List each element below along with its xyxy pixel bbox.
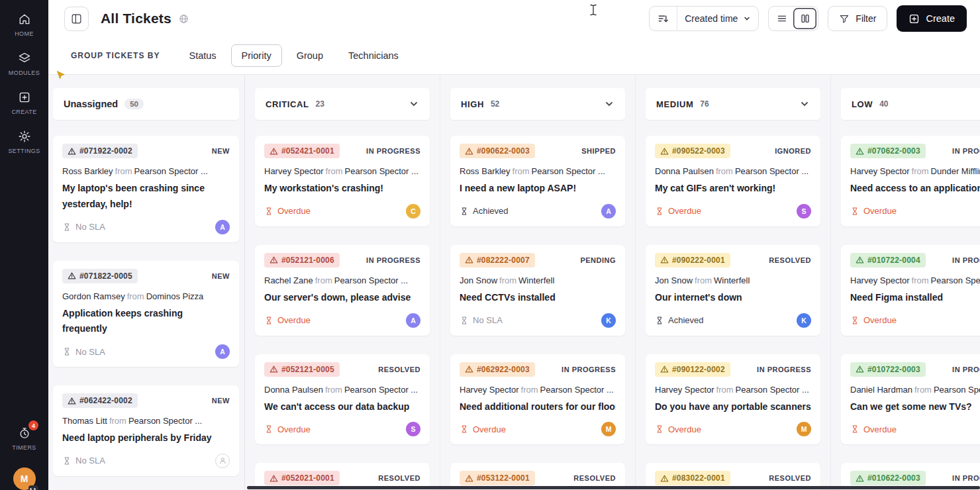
hourglass-icon <box>655 424 664 434</box>
assignee-avatar[interactable]: K <box>797 313 811 328</box>
create-button[interactable]: Create <box>897 5 967 32</box>
requester-company: Pearson Spector ... <box>334 275 408 285</box>
card-top-row: #082222-0007 PENDING <box>460 253 616 268</box>
sidebar-item-label: HOME <box>15 30 34 37</box>
ticket-card[interactable]: #070622-0003 IN PROGRESS Harvey Spectorf… <box>841 136 980 226</box>
assignee-avatar[interactable]: A <box>215 220 230 234</box>
ticket-id: #071822-0005 <box>79 271 132 281</box>
filter-button[interactable]: Filter <box>828 6 887 31</box>
column-header[interactable]: CRITICAL 23 <box>255 88 430 120</box>
assignee-avatar[interactable] <box>215 454 230 468</box>
assignee-avatar[interactable]: M <box>601 422 616 436</box>
ticket-id: #082222-0007 <box>477 256 530 265</box>
assignee-avatar[interactable]: C <box>406 204 420 219</box>
board-view-button[interactable] <box>793 8 816 29</box>
ticket-card[interactable]: #071922-0002 NEW Ross BarkleyfromPearson… <box>53 136 239 242</box>
requester-line: Ross BarkleyfromPearson Spector ... <box>62 166 230 176</box>
assignee-avatar[interactable]: A <box>215 344 230 359</box>
warning-icon <box>270 147 278 156</box>
tab-technicians[interactable]: Technicians <box>338 44 409 67</box>
requester-company: Pearson Spector ... <box>344 385 418 395</box>
assignee-avatar[interactable]: A <box>601 204 616 219</box>
ticket-card[interactable]: #052121-0005 RESOLVED Donna PaulsenfromP… <box>255 354 430 445</box>
sidebar-item-home[interactable]: HOME <box>0 5 48 44</box>
assignee-avatar[interactable]: M <box>797 422 811 436</box>
ticket-card[interactable]: #090522-0003 IGNORED Donna PaulsenfromPe… <box>646 136 820 226</box>
warning-icon <box>465 474 473 483</box>
sla-label: Overdue <box>668 206 701 216</box>
assignee-avatar[interactable]: A <box>406 313 420 328</box>
tab-group[interactable]: Group <box>286 44 334 67</box>
column-header[interactable]: Unassigned 50 <box>53 88 239 120</box>
assignee-avatar[interactable]: K <box>601 313 616 328</box>
requester-company: Pearson Spector ... <box>345 166 418 176</box>
ticket-status: RESOLVED <box>769 474 811 482</box>
card-bottom-row: No SLA A <box>62 220 230 234</box>
requester-company: Pearson Spector ... <box>931 275 980 285</box>
assignee-avatar[interactable]: S <box>797 204 811 219</box>
horizontal-scrollbar[interactable] <box>247 486 980 489</box>
ticket-card[interactable]: #052421-0001 IN PROGRESS Harvey Spectorf… <box>255 136 430 226</box>
ticket-card[interactable]: #010722-0004 IN PROGRESS Harvey Spectorf… <box>841 245 980 336</box>
column-header[interactable]: MEDIUM 76 <box>646 88 820 120</box>
sidebar-item-modules[interactable]: MODULES <box>0 44 48 83</box>
ticket-id: #090522-0003 <box>672 146 725 156</box>
sidebar-bottom: 4 TIMERS M <box>0 419 48 490</box>
avatar-initial: A <box>220 348 225 356</box>
user-avatar[interactable]: M <box>13 467 36 490</box>
pinned-cursor-icon <box>56 70 66 80</box>
from-word: from <box>115 166 132 176</box>
ticket-id-badge: #070622-0003 <box>850 144 926 158</box>
list-view-button[interactable] <box>770 8 793 29</box>
from-word: from <box>315 275 332 285</box>
column-header[interactable]: HIGH 52 <box>450 88 625 120</box>
ticket-card[interactable]: #010722-0003 IN PROGRESS Daniel Hardmanf… <box>841 354 980 445</box>
ticket-card[interactable]: #090222-0001 RESOLVED Jon SnowfromWinter… <box>646 245 820 336</box>
ticket-card[interactable]: #052121-0006 IN PROGRESS Rachel Zanefrom… <box>255 245 430 336</box>
ticket-subject: I need a new laptop ASAP! <box>460 181 616 197</box>
from-word: from <box>914 385 932 395</box>
ticket-id-badge: #090522-0003 <box>655 144 730 158</box>
hourglass-icon <box>850 207 859 216</box>
ticket-card[interactable]: #090122-0002 IN PROGRESS Harvey Spectorf… <box>646 354 820 445</box>
card-top-row: #090122-0002 IN PROGRESS <box>655 362 811 377</box>
sidebar-item-timers[interactable]: 4 TIMERS <box>0 419 48 458</box>
sidebar-item-create[interactable]: CREATE <box>0 83 48 122</box>
chevron-down-icon[interactable] <box>409 99 419 109</box>
sla-label: Overdue <box>473 424 506 434</box>
chevron-down-icon[interactable] <box>604 99 614 109</box>
assignee-avatar[interactable]: S <box>406 422 420 436</box>
board-column: HIGH 52 #090622-0003 SHIPPED Ross Barkle… <box>440 75 636 490</box>
tab-priority[interactable]: Priority <box>231 44 282 67</box>
requester-line: Thomas LittfromPearson Spector ... <box>62 416 230 426</box>
sort-button[interactable] <box>650 7 677 30</box>
tab-status[interactable]: Status <box>178 44 226 67</box>
ticket-subject: We can't access our data backup <box>264 399 420 415</box>
ticket-card[interactable]: #071822-0005 NEW Gordon RamseyfromDomino… <box>53 261 239 368</box>
card-bottom-row: Overdue A <box>264 313 420 328</box>
ticket-id: #070622-0003 <box>867 146 920 156</box>
from-word: from <box>716 385 734 395</box>
board-menu-button[interactable] <box>64 7 89 31</box>
from-word: from <box>521 385 538 395</box>
requester-line: Jon SnowfromWinterfell <box>655 275 811 285</box>
user-avatar-initial: M <box>21 473 28 484</box>
sort-order-select[interactable]: Created time <box>677 7 758 30</box>
ticket-subject: Need Figma installed <box>850 290 980 306</box>
chevron-down-icon[interactable] <box>799 99 810 109</box>
ticket-card[interactable]: #090622-0003 SHIPPED Ross BarkleyfromPea… <box>450 136 625 226</box>
sla-label: Overdue <box>277 424 311 434</box>
ticket-card[interactable]: #062922-0003 IN PROGRESS Harvey Spectorf… <box>450 354 625 445</box>
sla-label: Overdue <box>277 315 311 325</box>
sla-label: Achieved <box>473 206 508 216</box>
ticket-id: #052021-0001 <box>281 473 334 483</box>
hourglass-icon <box>655 316 664 325</box>
ticket-card[interactable]: #082222-0007 PENDING Jon SnowfromWinterf… <box>450 245 625 336</box>
warning-icon <box>270 365 278 373</box>
requester-name: Harvey Spector <box>850 275 910 285</box>
ticket-subject: Can we get some new TVs? <box>850 399 980 415</box>
sidebar-item-settings[interactable]: SETTINGS <box>0 122 48 162</box>
column-header[interactable]: LOW 40 <box>841 88 980 120</box>
requester-name: Ross Barkley <box>62 166 113 176</box>
ticket-card[interactable]: #062422-0002 NEW Thomas LittfromPearson … <box>53 385 239 476</box>
